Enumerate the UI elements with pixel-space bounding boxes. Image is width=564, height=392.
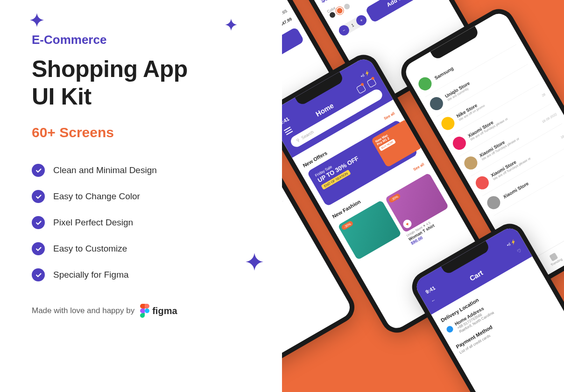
- feature-item: Clean and Minimal Design: [32, 164, 254, 177]
- check-icon: [32, 216, 45, 229]
- heart-icon[interactable]: ♡: [516, 247, 522, 254]
- eyebrow: E-Commerce: [32, 33, 254, 47]
- location-icon: [445, 325, 454, 334]
- feature-item: Easy to Change Color: [32, 190, 254, 203]
- menu-icon[interactable]: [283, 126, 293, 135]
- sparkle-icon: [246, 253, 263, 271]
- svg-point-0: [145, 308, 149, 313]
- notification-icon[interactable]: [356, 84, 366, 94]
- feature-item: Pixel Perfect Design: [32, 216, 254, 229]
- screen-count: 60+ Screens: [32, 125, 254, 140]
- cart-item[interactable]: nk swedter −3+: [282, 178, 283, 253]
- back-icon[interactable]: ←: [430, 297, 437, 304]
- nav-trending[interactable]: Trending: [546, 251, 563, 267]
- cart-icon[interactable]: [367, 77, 377, 88]
- see-all-link[interactable]: See all: [412, 162, 424, 171]
- figma-icon: [140, 304, 149, 318]
- footer-credit: Made with love and happy by figma: [32, 304, 254, 318]
- feature-item: Easy to Customize: [32, 242, 254, 255]
- sparkle-icon: [225, 19, 237, 31]
- quantity-stepper[interactable]: − 1 +: [337, 13, 368, 37]
- main-title: Shopping AppUI Kit: [32, 56, 254, 111]
- check-icon: [32, 190, 45, 203]
- sparkle-icon: [30, 13, 44, 27]
- check-icon: [32, 164, 45, 177]
- add-to-cart-button[interactable]: Add to cart: [365, 0, 435, 23]
- feature-item: Specially for Figma: [32, 268, 254, 281]
- feature-list: Clean and Minimal Design Easy to Change …: [32, 164, 254, 281]
- pay-now-button[interactable]: Pay Now: [282, 27, 304, 94]
- check-icon: [32, 268, 45, 281]
- figma-logo: figma: [140, 304, 177, 318]
- favorite-icon[interactable]: ♥: [402, 218, 413, 230]
- see-all-link[interactable]: See all: [383, 111, 395, 120]
- search-icon: ⚲: [296, 138, 301, 143]
- check-icon: [32, 242, 45, 255]
